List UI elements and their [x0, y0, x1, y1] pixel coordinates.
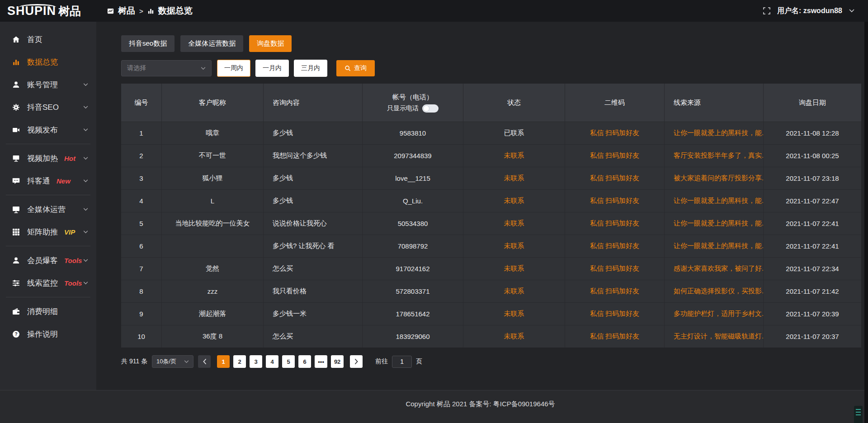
- qr-links[interactable]: 私信 扫码加好友: [565, 280, 665, 302]
- query-button[interactable]: 查询: [336, 60, 375, 76]
- page-button-1[interactable]: 1: [217, 355, 230, 368]
- source-link[interactable]: 感谢大家喜欢我家，被问了好...: [665, 258, 764, 280]
- source-link[interactable]: 让你一眼就爱上的黑科技，能...: [665, 212, 764, 235]
- page-size-select[interactable]: 10条/页: [152, 355, 193, 368]
- chevron-down-icon: [83, 179, 88, 183]
- qr-links[interactable]: 私信 扫码加好友: [565, 190, 665, 212]
- period-button-2[interactable]: 三月内: [294, 60, 327, 77]
- table-row: 9潮起潮落多少钱一米178651642未联系私信 扫码加好友多功能护栏灯，适用于…: [121, 302, 861, 325]
- page-ellipsis-button[interactable]: •••: [315, 355, 327, 368]
- source-link[interactable]: 让你一眼就爱上的黑科技，能...: [665, 235, 764, 257]
- qr-links[interactable]: 私信 扫码加好友: [565, 122, 665, 144]
- sidebar-item-account[interactable]: 账号管理: [0, 73, 96, 96]
- sidebar-item-clue[interactable]: 线索监控Tools: [0, 272, 96, 294]
- sidebar-item-home[interactable]: 首页: [0, 28, 96, 51]
- source-link[interactable]: 被大家追着问的客厅投影分享...: [665, 167, 764, 189]
- sidebar-item-douyin-seo[interactable]: 抖音SEO: [0, 96, 96, 118]
- qr-links[interactable]: 私信 扫码加好友: [565, 303, 665, 325]
- sidebar-item-consume[interactable]: 消费明细: [0, 300, 96, 323]
- goto-page-input[interactable]: [392, 356, 412, 368]
- sidebar-item-help[interactable]: ?操作说明: [0, 323, 96, 345]
- sidebar-item-publish[interactable]: 视频发布: [0, 118, 96, 141]
- chevron-down-icon: [83, 259, 88, 262]
- source-link[interactable]: 多功能护栏灯，适用于乡村文...: [665, 303, 764, 325]
- source-link[interactable]: 让你一眼就爱上的黑科技，能...: [665, 190, 764, 212]
- sidebar-item-member[interactable]: 会员爆客Tools: [0, 249, 96, 272]
- table-body: 1哦章多少钱9583810已联系私信 扫码加好友让你一眼就爱上的黑科技，能...…: [121, 122, 861, 348]
- user-icon: [12, 257, 20, 264]
- page-button-4[interactable]: 4: [266, 355, 278, 368]
- page-button-5[interactable]: 5: [282, 355, 295, 368]
- cell-content: 我想问这个多少钱: [264, 145, 363, 167]
- chevron-down-icon[interactable]: [849, 9, 854, 13]
- cell-no: 6: [121, 235, 162, 257]
- filter-select[interactable]: 请选择: [121, 60, 212, 76]
- qr-links[interactable]: 私信 扫码加好友: [565, 167, 665, 189]
- sidebar-item-label: 消费明细: [27, 306, 58, 317]
- home-icon: [12, 36, 20, 43]
- source-link[interactable]: 客厅安装投影半年多了，真实...: [665, 145, 764, 167]
- prev-page-button[interactable]: [198, 355, 211, 368]
- status-text: 未联系: [463, 280, 565, 302]
- status-text: 未联系: [463, 145, 565, 167]
- scrollbar[interactable]: [864, 0, 868, 423]
- cell-nickname: [162, 235, 264, 257]
- page: { "colors": { "accent": "#ed820e", "hot_…: [0, 0, 868, 423]
- chevron-down-icon: [83, 282, 88, 285]
- search-icon: [344, 65, 351, 71]
- gear-icon: [12, 103, 20, 111]
- chevron-down-icon: [83, 230, 88, 234]
- sidebar-item-label: 视频加热: [27, 153, 58, 164]
- username[interactable]: 用户名: zswodun88: [777, 6, 842, 16]
- svg-text:?: ?: [14, 332, 17, 337]
- cell-account: 2097344839: [363, 145, 463, 167]
- period-button-1[interactable]: 一月内: [255, 60, 289, 77]
- qr-links[interactable]: 私信 扫码加好友: [565, 258, 665, 280]
- cell-nickname: 觉然: [162, 258, 264, 280]
- sidebar-item-overview[interactable]: 数据总览: [0, 51, 96, 73]
- page-button-2[interactable]: 2: [233, 355, 246, 368]
- qr-links[interactable]: 私信 扫码加好友: [565, 325, 665, 348]
- cell-content: 多少钱一米: [264, 303, 363, 325]
- user-icon: [12, 81, 20, 89]
- cell-account: 70898792: [363, 235, 463, 257]
- breadcrumb-home[interactable]: 树品: [118, 5, 135, 17]
- sidebar-item-label: 操作说明: [27, 329, 58, 339]
- status-text: 未联系: [463, 167, 565, 189]
- cell-content: 多少钱: [264, 167, 363, 189]
- sidebar-item-matrix[interactable]: 矩阵助推VIP: [0, 221, 96, 243]
- cell-no: 4: [121, 190, 162, 212]
- cell-nickname: 不可一世: [162, 145, 264, 167]
- chat-widget[interactable]: [854, 406, 863, 423]
- source-link[interactable]: 如何正确选择投影仪，买投影...: [665, 280, 764, 302]
- sidebar-item-media[interactable]: 全媒体运营: [0, 198, 96, 221]
- cell-content: 多少钱: [264, 190, 363, 212]
- sidebar-item-heat[interactable]: 视频加热Hot: [0, 147, 96, 169]
- breadcrumb-current: 数据总览: [158, 5, 193, 17]
- tab-inquiry-data[interactable]: 询盘数据: [249, 35, 292, 52]
- phone-only-toggle[interactable]: [422, 104, 439, 113]
- cell-no: 1: [121, 122, 162, 144]
- qr-links[interactable]: 私信 扫码加好友: [565, 235, 665, 257]
- cell-content: 怎么买: [264, 325, 363, 348]
- period-button-0[interactable]: 一周内: [217, 60, 250, 77]
- page-button-6[interactable]: 6: [298, 355, 311, 368]
- pagination: 共 911 条 10条/页 123456•••92 前往 页: [121, 355, 864, 368]
- page-button-3[interactable]: 3: [250, 355, 262, 368]
- qr-links[interactable]: 私信 扫码加好友: [565, 212, 665, 235]
- fullscreen-icon[interactable]: [763, 7, 770, 14]
- total-count: 共 911 条: [121, 357, 147, 366]
- page-button-92[interactable]: 92: [331, 355, 344, 368]
- column-header-date: 询盘日期: [764, 84, 861, 122]
- source-link[interactable]: 无主灯设计，智能磁吸轨道灯...: [665, 325, 764, 348]
- tab-media-data[interactable]: 全媒体运营数据: [180, 35, 243, 52]
- cell-date: 2021-11-07 23:18: [764, 167, 861, 189]
- phone-toggle-label: 只显示电话: [387, 104, 419, 113]
- phone-toggle-row: 只显示电话: [387, 104, 439, 113]
- tab-seo-data[interactable]: 抖音seo数据: [121, 35, 175, 52]
- qr-links[interactable]: 私信 扫码加好友: [565, 145, 665, 167]
- source-link[interactable]: 让你一眼就爱上的黑科技，能...: [665, 122, 764, 144]
- next-page-button[interactable]: [350, 355, 363, 368]
- column-header-nickname: 客户昵称: [162, 84, 264, 122]
- sidebar-item-douketong[interactable]: 抖客通New: [0, 169, 96, 192]
